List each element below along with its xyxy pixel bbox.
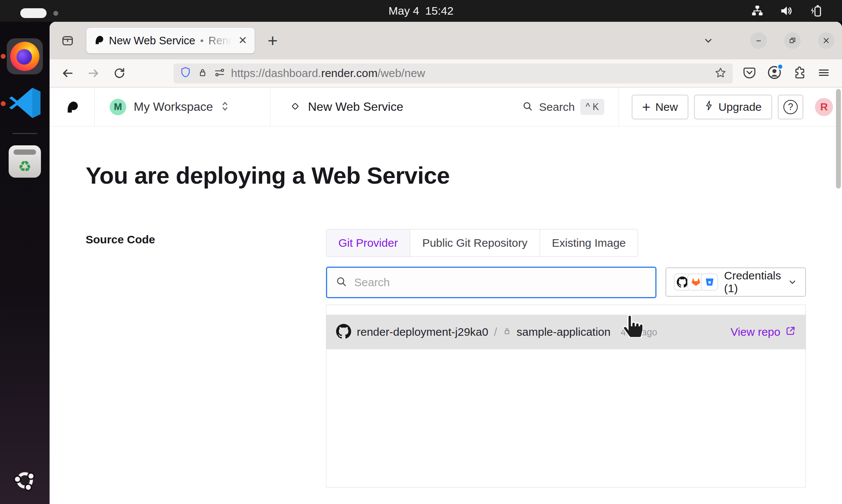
breadcrumb: New Web Service: [270, 100, 403, 114]
chevron-down-icon: [787, 277, 798, 287]
repo-search-box: [326, 267, 656, 298]
search-icon: [522, 101, 533, 113]
app-header: M My Workspace New Web Service: [50, 88, 842, 127]
page-heading: You are deploying a Web Service: [86, 162, 450, 189]
workspace-avatar: M: [110, 99, 126, 115]
permissions-icon[interactable]: [214, 67, 225, 80]
trash-icon: ♻: [9, 145, 41, 178]
tab-bar: New Web Service • Rend ✕ +: [50, 22, 842, 59]
tab-existing-image[interactable]: Existing Image: [540, 229, 638, 257]
new-button-label: New: [655, 101, 678, 113]
external-link-icon: [785, 326, 796, 339]
question-mark-icon: ?: [783, 100, 798, 114]
tab-public-git-repository[interactable]: Public Git Repository: [410, 229, 540, 257]
user-avatar[interactable]: R: [815, 98, 833, 116]
url-prefix: https://dashboard.: [231, 67, 321, 80]
system-tray[interactable]: [750, 4, 822, 18]
credentials-label: Credentials (1): [724, 269, 787, 295]
desktop: May 4 15:42: [0, 0, 842, 504]
source-tabs: Git Provider Public Git Repository Exist…: [326, 229, 638, 257]
extensions-puzzle-icon[interactable]: [792, 66, 806, 81]
ubuntu-logo-icon: [12, 468, 37, 494]
page-scrollbar-thumb[interactable]: [836, 89, 841, 189]
repo-search-input[interactable]: [354, 276, 647, 289]
dock-item-firefox[interactable]: [7, 38, 43, 74]
service-diamond-icon: [290, 101, 300, 113]
render-favicon: [94, 35, 104, 47]
tab-close-button[interactable]: ✕: [238, 35, 247, 46]
back-button[interactable]: [58, 63, 77, 83]
render-logo[interactable]: [50, 88, 95, 126]
header-actions: + New Upgrade ? R: [619, 95, 842, 119]
battery-charging-icon[interactable]: [808, 4, 822, 18]
global-search[interactable]: Search ^ K: [522, 99, 604, 115]
account-notification-dot: [777, 63, 783, 70]
dock-divider: [12, 133, 37, 134]
pocket-icon[interactable]: [742, 66, 756, 81]
clock-date: May 4: [389, 5, 419, 17]
vscode-icon: [8, 86, 42, 122]
page-title: New Web Service: [308, 100, 403, 114]
credentials-dropdown[interactable]: Credentials (1): [665, 267, 806, 297]
github-icon: [336, 324, 351, 340]
dock-item-trash[interactable]: ♻: [7, 145, 43, 178]
vscode-running-dot: [1, 101, 6, 106]
upgrade-button-label: Upgrade: [718, 101, 762, 113]
connection-lock-icon[interactable]: [197, 67, 208, 80]
repo-owner: render-deployment-j29ka0: [357, 326, 488, 338]
repo-name: sample-application: [517, 326, 611, 338]
tab-site-name: Rend: [208, 35, 233, 47]
list-all-tabs-button[interactable]: [699, 31, 718, 50]
account-icon[interactable]: [767, 65, 782, 81]
window-close-button[interactable]: [818, 32, 834, 49]
url-text: https://dashboard.render.com/web/new: [231, 67, 425, 80]
provider-badges: [674, 273, 718, 291]
system-clock[interactable]: May 4 15:42: [389, 5, 454, 17]
volume-icon[interactable]: [779, 4, 793, 18]
dock-item-show-apps[interactable]: [7, 468, 43, 494]
dock-item-vscode[interactable]: [7, 86, 43, 122]
plus-icon: +: [642, 100, 650, 114]
menu-hamburger-icon[interactable]: [817, 66, 831, 81]
dock: ♻: [0, 22, 50, 504]
private-lock-icon: [503, 327, 511, 337]
help-button[interactable]: ?: [778, 95, 803, 119]
lightning-bolt-icon: [705, 100, 714, 113]
repo-separator: /: [494, 326, 497, 338]
workspace-switcher[interactable]: M My Workspace: [95, 88, 270, 126]
navbar-actions: [742, 65, 834, 81]
window-restore-button[interactable]: [784, 32, 801, 49]
new-tab-button[interactable]: +: [262, 30, 283, 51]
workspace-indicator-dot[interactable]: [53, 11, 58, 16]
new-button[interactable]: + New: [632, 95, 688, 119]
repo-list-panel: render-deployment-j29ka0 / sample-applic…: [326, 305, 806, 487]
reload-button[interactable]: [110, 63, 129, 83]
browser-window: New Web Service • Rend ✕ +: [50, 22, 842, 504]
tab-git-provider[interactable]: Git Provider: [326, 229, 410, 257]
repo-row[interactable]: render-deployment-j29ka0 / sample-applic…: [326, 315, 806, 349]
tab-title: New Web Service: [109, 35, 195, 47]
source-code-label: Source Code: [86, 233, 155, 246]
url-domain: render.com: [321, 67, 377, 80]
window-minimize-button[interactable]: [750, 32, 767, 49]
view-repo-link[interactable]: View repo: [730, 326, 796, 339]
forward-button[interactable]: [84, 63, 103, 83]
url-bar[interactable]: https://dashboard.render.com/web/new: [174, 63, 733, 83]
url-path: /web/new: [377, 67, 425, 80]
repo-updated-time: 41m ago: [621, 327, 657, 338]
tracking-protection-shield-icon[interactable]: [180, 66, 192, 80]
network-icon[interactable]: [750, 4, 764, 18]
workspace-indicator-pill[interactable]: [20, 8, 47, 18]
view-repo-label: View repo: [730, 326, 780, 338]
firefox-view-button[interactable]: [57, 30, 78, 51]
upgrade-button[interactable]: Upgrade: [694, 95, 772, 119]
system-top-bar: May 4 15:42: [0, 0, 842, 22]
bookmark-star-icon[interactable]: [714, 66, 727, 80]
search-shortcut-badge: ^ K: [580, 99, 604, 115]
workspace-name: My Workspace: [134, 100, 213, 114]
browser-tab[interactable]: New Web Service • Rend ✕: [86, 28, 255, 53]
clock-time: 15:42: [425, 5, 453, 17]
chevron-up-down-icon: [220, 100, 229, 114]
navigation-bar: https://dashboard.render.com/web/new: [50, 59, 842, 88]
tab-separator-dot: •: [200, 35, 204, 47]
